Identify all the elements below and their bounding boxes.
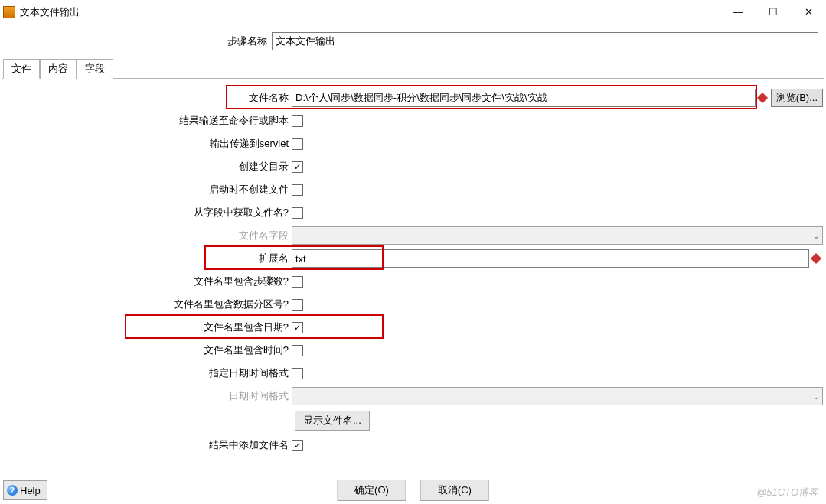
help-button[interactable]: ? Help	[3, 480, 47, 500]
date-format-label: 日期时间格式	[2, 389, 292, 403]
no-create-start-checkbox[interactable]	[292, 184, 303, 196]
window-controls: — ☐ ✕	[720, 0, 826, 24]
row-include-time: 文件名里包含时间?	[2, 339, 823, 362]
titlebar: 文本文件输出 — ☐ ✕	[0, 0, 826, 24]
watermark-text: @51CTO博客	[756, 486, 818, 499]
row-add-fn-result: 结果中添加文件名 ✓	[2, 434, 823, 457]
extension-label: 扩展名	[2, 252, 292, 265]
include-date-label: 文件名里包含日期?	[2, 320, 292, 334]
file-name-input[interactable]	[292, 89, 756, 107]
add-fn-result-checkbox[interactable]: ✓	[292, 440, 303, 451]
row-fn-from-field: 从字段中获取文件名?	[2, 201, 823, 224]
row-show-filename: 显示文件名...	[2, 408, 823, 434]
output-servlet-label: 输出传递到servlet	[2, 137, 292, 151]
date-format-dropdown[interactable]: ⌄	[292, 387, 823, 405]
window-title: 文本文件输出	[20, 5, 720, 19]
no-create-start-label: 启动时不创建文件	[2, 183, 292, 197]
app-icon	[3, 6, 15, 18]
show-filename-button[interactable]: 显示文件名...	[295, 411, 370, 431]
fn-field-label: 文件名字段	[2, 229, 292, 242]
help-button-label: Help	[20, 485, 41, 496]
specify-format-label: 指定日期时间格式	[2, 366, 292, 380]
include-time-checkbox[interactable]	[292, 345, 303, 356]
step-name-label: 步骤名称	[227, 34, 267, 48]
output-cmd-checkbox[interactable]	[292, 115, 303, 127]
tab-bar: 文件 内容 字段	[2, 58, 824, 79]
include-partition-checkbox[interactable]	[292, 299, 303, 311]
row-filename: 文件名称 浏览(B)...	[2, 86, 823, 109]
tab-file[interactable]: 文件	[3, 59, 40, 79]
fn-field-dropdown[interactable]: ⌄	[292, 226, 823, 245]
include-partition-label: 文件名里包含数据分区号?	[2, 298, 292, 311]
file-name-label: 文件名称	[2, 91, 292, 105]
include-step-label: 文件名里包含步骤数?	[2, 275, 292, 288]
include-step-checkbox[interactable]	[292, 276, 303, 288]
chevron-down-icon: ⌄	[813, 392, 819, 401]
output-servlet-checkbox[interactable]	[292, 138, 303, 150]
cancel-button[interactable]: 取消(C)	[420, 480, 489, 501]
variable-indicator-icon	[811, 253, 821, 264]
row-include-partition: 文件名里包含数据分区号?	[2, 293, 823, 316]
include-date-checkbox[interactable]: ✓	[292, 322, 303, 333]
row-create-parent: 创建父目录 ✓	[2, 155, 823, 178]
step-name-input[interactable]	[272, 32, 818, 50]
row-specify-format: 指定日期时间格式	[2, 362, 823, 385]
maximize-button[interactable]: ☐	[756, 0, 791, 24]
fn-from-field-label: 从字段中获取文件名?	[2, 206, 292, 219]
include-time-label: 文件名里包含时间?	[2, 343, 292, 357]
chevron-down-icon: ⌄	[813, 232, 819, 240]
row-output-cmd: 结果输送至命令行或脚本	[2, 109, 823, 132]
help-icon: ?	[7, 485, 18, 496]
step-name-row: 步骤名称	[2, 32, 824, 50]
row-extension: 扩展名	[2, 247, 823, 270]
tab-fields[interactable]: 字段	[77, 59, 113, 79]
form-area: 文件名称 浏览(B)... 结果输送至命令行或脚本 输出传递到servlet 创…	[2, 86, 824, 457]
dialog-content: 步骤名称 文件 内容 字段 文件名称 浏览(B)... 结果输送至命令行或脚本 …	[0, 24, 826, 460]
create-parent-checkbox[interactable]: ✓	[292, 161, 303, 173]
output-cmd-label: 结果输送至命令行或脚本	[2, 114, 292, 128]
row-date-format: 日期时间格式 ⌄	[2, 385, 823, 408]
close-button[interactable]: ✕	[791, 0, 826, 24]
minimize-button[interactable]: —	[720, 0, 756, 24]
add-fn-result-label: 结果中添加文件名	[2, 438, 292, 452]
row-output-servlet: 输出传递到servlet	[2, 132, 823, 155]
row-fn-field: 文件名字段 ⌄	[2, 224, 823, 247]
row-no-create-start: 启动时不创建文件	[2, 178, 823, 201]
ok-button[interactable]: 确定(O)	[337, 480, 406, 501]
browse-button[interactable]: 浏览(B)...	[771, 89, 823, 107]
fn-from-field-checkbox[interactable]	[292, 207, 303, 219]
extension-input[interactable]	[292, 249, 809, 268]
bottom-bar: ? Help 确定(O) 取消(C)	[0, 476, 826, 504]
tab-content[interactable]: 内容	[40, 59, 77, 79]
variable-indicator-icon	[757, 93, 768, 103]
row-include-step: 文件名里包含步骤数?	[2, 270, 823, 293]
create-parent-label: 创建父目录	[2, 160, 292, 174]
dialog-buttons: 确定(O) 取消(C)	[337, 480, 489, 501]
specify-format-checkbox[interactable]	[292, 368, 303, 379]
row-include-date: 文件名里包含日期? ✓	[2, 316, 823, 339]
